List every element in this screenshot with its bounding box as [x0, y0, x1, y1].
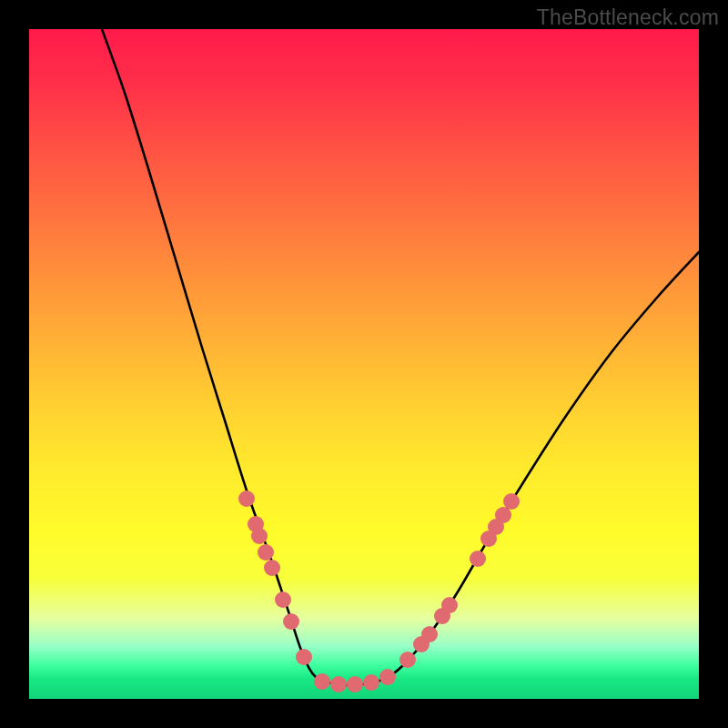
data-marker [238, 490, 255, 507]
data-marker [363, 674, 379, 691]
marker-group [238, 490, 520, 693]
chart-stage: TheBottleneck.com [0, 0, 728, 728]
plot-area [29, 29, 699, 699]
data-marker [421, 626, 438, 642]
data-marker [399, 652, 416, 668]
data-marker [283, 613, 299, 630]
data-marker [296, 649, 312, 665]
data-marker [495, 507, 511, 523]
data-marker [251, 528, 268, 544]
data-marker [264, 560, 280, 576]
data-marker [379, 669, 396, 685]
data-markers [29, 29, 699, 699]
data-marker [503, 493, 520, 510]
data-marker [347, 676, 363, 693]
data-marker [314, 673, 330, 690]
data-marker [470, 551, 486, 567]
data-marker [258, 544, 274, 561]
data-marker [330, 676, 347, 693]
attribution-text: TheBottleneck.com [537, 5, 719, 30]
data-marker [275, 592, 291, 608]
data-marker [441, 597, 458, 613]
